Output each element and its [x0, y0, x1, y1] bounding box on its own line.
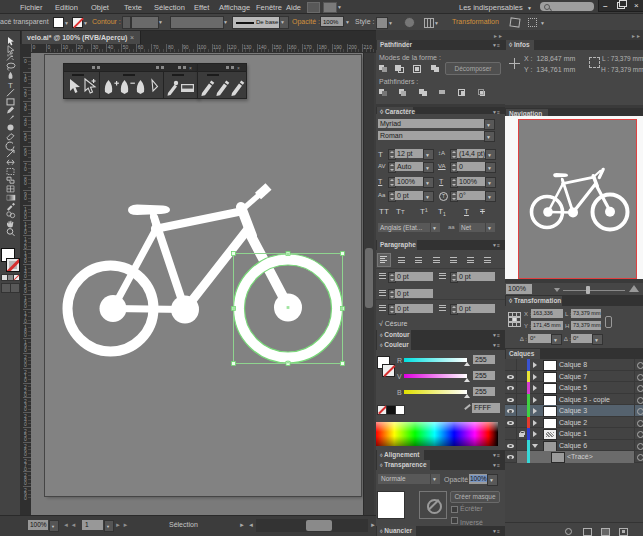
svg-text:T: T — [8, 81, 13, 90]
